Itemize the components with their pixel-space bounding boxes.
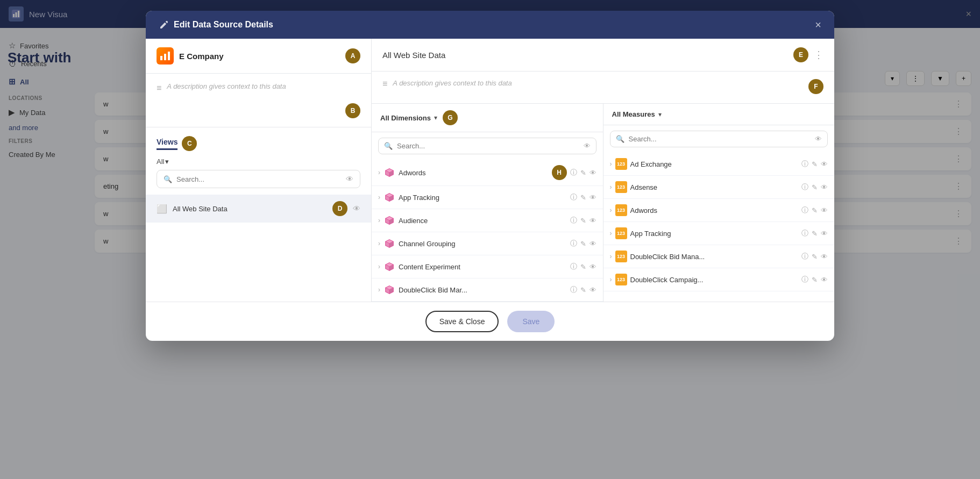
views-tab[interactable]: Views xyxy=(157,138,177,150)
info-icon[interactable]: ⓘ xyxy=(570,168,577,177)
eye-icon[interactable]: 👁 xyxy=(590,240,596,248)
save-button[interactable]: Save xyxy=(507,311,555,332)
eye-icon[interactable]: 👁 xyxy=(590,194,596,202)
badge-e: E xyxy=(793,47,808,62)
edit-icon[interactable]: ✎ xyxy=(580,217,586,225)
info-icon[interactable]: ⓘ xyxy=(570,285,577,295)
view-item-eye-icon[interactable]: 👁 xyxy=(353,204,360,213)
edit-icon[interactable]: ✎ xyxy=(580,240,586,248)
info-icon[interactable]: ⓘ xyxy=(570,192,577,202)
edit-icon[interactable]: ✎ xyxy=(812,230,818,238)
modal-title: Edit Data Source Details xyxy=(174,20,806,30)
edit-icon[interactable]: ✎ xyxy=(580,286,586,294)
measure-item-doubleclick-campaign[interactable]: › 123 DoubleClick Campaig... ⓘ ✎ 👁 xyxy=(603,268,835,291)
dimension-item-adwords[interactable]: › Adwords H xyxy=(372,160,603,186)
info-icon[interactable]: ⓘ xyxy=(801,205,808,215)
info-icon[interactable]: ⓘ xyxy=(801,159,808,169)
num-icon-doubleclick-campaign: 123 xyxy=(615,274,627,285)
measure-item-adsense[interactable]: › 123 Adsense ⓘ ✎ 👁 xyxy=(603,176,835,199)
info-icon[interactable]: ⓘ xyxy=(570,216,577,225)
badge-b: B xyxy=(345,103,360,118)
dimension-item-audience[interactable]: › Audience ⓘ xyxy=(372,209,603,232)
edit-icon[interactable]: ✎ xyxy=(580,194,586,202)
measure-name-doubleclick-bid: DoubleClick Bid Mana... xyxy=(630,253,799,261)
dimension-item-doubleclick-bid[interactable]: › DoubleClick Bid Mar... xyxy=(372,278,603,302)
company-name: E Company xyxy=(179,52,340,61)
eye-icon[interactable]: 👁 xyxy=(590,286,596,294)
info-icon[interactable]: ⓘ xyxy=(801,228,808,238)
dimensions-list: › Adwords H xyxy=(372,160,603,302)
left-panel: E Company A ≡ A description gives contex… xyxy=(146,39,372,302)
svg-rect-5 xyxy=(164,54,166,60)
dimension-name-channel-grouping: Channel Grouping xyxy=(399,240,567,248)
left-description-area: ≡ A description gives context to this da… xyxy=(146,74,371,127)
views-search-input[interactable] xyxy=(176,175,342,183)
info-icon[interactable]: ⓘ xyxy=(801,275,808,284)
edit-icon[interactable]: ✎ xyxy=(580,263,586,271)
measure-name-adsense: Adsense xyxy=(630,183,799,191)
save-and-close-button[interactable]: Save & Close xyxy=(425,311,499,332)
measure-name-doubleclick-campaign: DoubleClick Campaig... xyxy=(630,276,799,284)
modal-close-button[interactable]: × xyxy=(815,19,821,31)
dimension-item-channel-grouping[interactable]: › Channel Grouping xyxy=(372,232,603,255)
edit-icon[interactable]: ✎ xyxy=(812,253,818,261)
chevron-icon: › xyxy=(610,230,612,237)
dimension-name-audience: Audience xyxy=(399,217,567,225)
dim-eye-icon[interactable]: 👁 xyxy=(584,142,591,150)
edit-icon[interactable]: ✎ xyxy=(812,276,818,284)
dimensions-search-input[interactable] xyxy=(397,142,579,150)
chevron-icon: › xyxy=(378,169,380,176)
ds-description-text: A description gives context to this data xyxy=(393,79,803,87)
edit-icon[interactable]: ✎ xyxy=(812,183,818,191)
eye-icon[interactable]: 👁 xyxy=(821,183,828,191)
edit-icon[interactable]: ✎ xyxy=(580,169,586,177)
cube-icon-app-tracking xyxy=(384,191,395,203)
meas-eye-icon[interactable]: 👁 xyxy=(815,135,822,143)
measure-item-ad-exchange[interactable]: › 123 Ad Exchange ⓘ ✎ 👁 xyxy=(603,153,835,176)
eye-icon[interactable]: 👁 xyxy=(346,175,353,183)
eye-icon[interactable]: 👁 xyxy=(821,276,828,284)
chevron-icon: › xyxy=(610,276,612,283)
badge-a: A xyxy=(345,48,360,63)
measures-search-input[interactable] xyxy=(629,135,811,143)
measures-header: All Measures ▾ xyxy=(603,104,835,125)
eye-icon[interactable]: 👁 xyxy=(821,230,828,238)
eye-icon[interactable]: 👁 xyxy=(821,206,828,215)
dim-search-icon: 🔍 xyxy=(384,142,393,150)
eye-icon[interactable]: 👁 xyxy=(590,217,596,225)
eye-icon[interactable]: 👁 xyxy=(590,169,596,177)
datasource-description-area: ≡ A description gives context to this da… xyxy=(372,72,834,104)
datasource-more-button[interactable]: ⋮ xyxy=(814,49,823,61)
dimension-item-content-experiment[interactable]: › Content Experiment xyxy=(372,255,603,278)
measure-item-adwords[interactable]: › 123 Adwords ⓘ ✎ 👁 xyxy=(603,199,835,222)
view-item-icon: ⬜ xyxy=(157,204,167,214)
num-icon-app-tracking: 123 xyxy=(615,227,627,239)
measure-item-app-tracking[interactable]: › 123 App Tracking ⓘ ✎ 👁 xyxy=(603,222,835,245)
info-icon[interactable]: ⓘ xyxy=(570,262,577,271)
description-lines-icon: ≡ xyxy=(157,83,161,93)
eye-icon[interactable]: 👁 xyxy=(821,253,828,261)
edit-icon[interactable]: ✎ xyxy=(812,206,818,215)
modal-header: Edit Data Source Details × xyxy=(146,11,834,39)
view-list-item[interactable]: ⬜ All Web Site Data D 👁 xyxy=(146,195,371,223)
ds-desc-icon: ≡ xyxy=(382,79,387,89)
dimensions-title: All Dimensions xyxy=(380,114,431,122)
badge-h: H xyxy=(552,165,567,180)
dimensions-arrow-icon: ▾ xyxy=(434,114,437,121)
edit-icon[interactable]: ✎ xyxy=(812,160,818,168)
info-icon[interactable]: ⓘ xyxy=(801,182,808,192)
measures-column: All Measures ▾ 🔍 👁 › 123 xyxy=(603,104,835,302)
info-icon[interactable]: ⓘ xyxy=(801,252,808,261)
dimension-item-app-tracking[interactable]: › App Tracking xyxy=(372,186,603,209)
eye-icon[interactable]: 👁 xyxy=(821,160,828,168)
datasource-name: All Web Site Data xyxy=(382,51,788,60)
cube-icon-audience xyxy=(384,215,395,226)
all-filter-button[interactable]: All ▾ xyxy=(157,158,169,166)
all-filter-label: All xyxy=(157,158,164,166)
measure-item-doubleclick-bid[interactable]: › 123 DoubleClick Bid Mana... ⓘ ✎ 👁 xyxy=(603,245,835,268)
chevron-icon: › xyxy=(610,206,612,214)
num-icon-ad-exchange: 123 xyxy=(615,158,627,170)
info-icon[interactable]: ⓘ xyxy=(570,239,577,248)
eye-icon[interactable]: 👁 xyxy=(590,263,596,271)
company-icon xyxy=(157,47,174,65)
